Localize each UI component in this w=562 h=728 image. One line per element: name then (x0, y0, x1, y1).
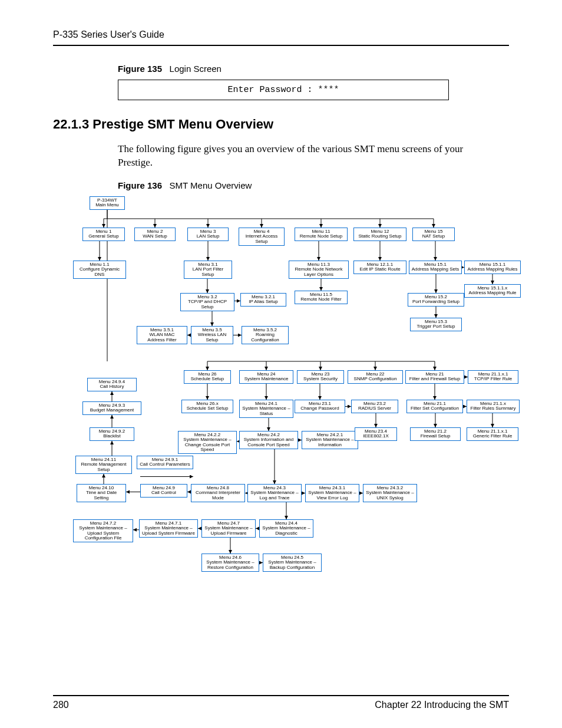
diagram-node-m23_1: Menu 23.1 Change Password (295, 400, 345, 413)
page-number: 280 (53, 700, 69, 710)
diagram-node-m24_6: Menu 24.6 System Maintenance – Restore C… (201, 554, 259, 572)
diagram-node-m24_2: Menu 24.2 System Information and Console… (239, 431, 298, 449)
figure-136-title: SMT Menu Overview (170, 180, 252, 190)
smt-menu-diagram: P-334WT Main MenuMenu 1 General SetupMen… (53, 196, 509, 609)
diagram-node-m1_1: Menu 1.1 Configure Dynamic DNS (73, 261, 126, 279)
figure-136-caption: Figure 136 SMT Menu Overview (118, 180, 509, 190)
diagram-node-m24: Menu 24 System Maintenance (239, 370, 293, 384)
diagram-node-m15_3: Menu 15.3 Trigger Port Setup (410, 318, 462, 331)
diagram-node-m3_2: Menu 3.2 TCP/IP and DHCP Setup (180, 293, 234, 311)
diagram-node-m24_9_2: Menu 24.9.2 Blacklist (90, 427, 134, 441)
diagram-node-m24_3_1: Menu 24.3.1 System Maintenance – View Er… (305, 484, 359, 502)
diagram-node-m21_1_x_1t: Menu 21.1.x.1 TCP/IP Filter Rule (468, 370, 518, 384)
page-footer: 280 Chapter 22 Introducing the SMT (53, 695, 509, 710)
diagram-node-m15_2: Menu 15.2 Port Forwarding Setup (408, 293, 464, 307)
diagram-node-m24_3: Menu 24.3 System Maintenance – Log and T… (247, 484, 302, 502)
diagram-node-m24_11: Menu 24.11 Remote Management Setup (75, 456, 132, 474)
diagram-node-m24_1: Menu 24.1 System Maintenance – Status (239, 400, 293, 418)
figure-135-label: Figure 135 (118, 64, 162, 74)
diagram-node-m15_1_1x: Menu 15.1.1.x Address Mapping Rule (464, 284, 521, 298)
diagram-node-m3: Menu 3 LAN Setup (187, 228, 229, 241)
footer-rule (53, 695, 509, 696)
diagram-node-m2: Menu 2 WAN Setup (134, 228, 176, 241)
diagram-node-m24_4: Menu 24.4 System Maintenance – Diagnosti… (259, 519, 313, 538)
diagram-node-m15: Menu 15 NAT Setup (412, 228, 455, 241)
page-container: P-335 Series User's Guide Figure 135 Log… (0, 0, 562, 728)
diagram-node-m21: Menu 21 Filter and Firewall Setup (405, 370, 464, 384)
diagram-node-m22: Menu 22 SNMP Configuration (348, 370, 403, 384)
diagram-node-m24_5: Menu 24.5 System Maintenance – Backup Co… (263, 554, 322, 572)
diagram-node-m3_5_2: Menu 3.5.2 Roaming Configuration (242, 326, 289, 344)
diagram-node-m24_2_1: Menu 24.2.1 System Maintenance – Informa… (302, 431, 358, 449)
diagram-node-m4: Menu 4 Internet Access Setup (239, 228, 285, 246)
diagram-node-m24_9_3: Menu 24.9.3 Budget Management (82, 401, 141, 415)
diagram-node-m12: Menu 12 Static Routing Setup (353, 228, 406, 241)
diagram-node-m24_9: Menu 24.9 Call Control (140, 484, 187, 498)
diagram-node-m24_8: Menu 24.8 Command Interpreter Mode (191, 484, 245, 502)
diagram-node-m3_5_1: Menu 3.5.1 WLAN MAC Address Filter (137, 326, 187, 344)
login-prompt: Enter Password : **** (227, 85, 339, 95)
diagram-node-m24_7_1: Menu 24.7.1 System Maintenance – Upload … (139, 519, 198, 538)
diagram-node-m12_1_1: Menu 12.1.1 Edit IP Static Route (353, 261, 406, 274)
diagram-node-m26_x: Menu 26.x Schedule Set Setup (181, 400, 233, 413)
diagram-node-m21_1_x: Menu 21.1.x Filter Rules Summary (467, 400, 520, 413)
diagram-node-m11: Menu 11 Remote Node Setup (295, 228, 348, 241)
running-header: P-335 Series User's Guide (53, 29, 509, 45)
login-screen-box: Enter Password : **** (118, 80, 449, 100)
diagram-node-m15_1_1: Menu 15.1.1 Address Mapping Rules (464, 261, 521, 274)
diagram-node-m3_1: Menu 3.1 LAN Port Filter Setup (184, 261, 232, 279)
chapter-label: Chapter 22 Introducing the SMT (375, 700, 509, 710)
diagram-node-m24_2_2: Menu 24.2.2 System Maintenance – Change … (178, 431, 237, 454)
diagram-node-m23_2: Menu 23.2 RADIUS Server (351, 400, 398, 413)
diagram-node-m24_3_2: Menu 24.3.2 System Maintenance – UNIX Sy… (363, 484, 417, 502)
diagram-node-m23_4: Menu 23.4 IEEE802.1X (355, 427, 397, 441)
diagram-node-root: P-334WT Main Menu (90, 196, 125, 210)
figure-135-caption: Figure 135 Login Screen (118, 64, 509, 74)
diagram-node-m26: Menu 26 Schedule Setup (184, 370, 231, 384)
section-heading: 22.1.3 Prestige SMT Menu Overview (53, 117, 509, 132)
header-rule (53, 45, 509, 46)
diagram-node-m23: Menu 23 System Security (297, 370, 344, 384)
section-body: The following figure gives you an overvi… (118, 143, 495, 170)
diagram-node-m1: Menu 1 General Setup (82, 228, 125, 241)
diagram-node-m24_7: Menu 24.7 System Maintenance – Upload Fi… (201, 519, 256, 538)
diagram-node-m11_3: Menu 11.3 Remote Node Network Layer Opti… (289, 261, 349, 279)
diagram-node-m21_1: Menu 21.1 Filter Set Configuration (406, 400, 463, 413)
diagram-node-m15_1: Menu 15.1 Address Mapping Sets (409, 261, 462, 274)
diagram-node-m21_2: Menu 21.2 Firewall Setup (410, 427, 461, 441)
diagram-node-m11_5: Menu 11.5 Remote Node Filter (295, 291, 348, 304)
figure-135-title: Login Screen (170, 64, 222, 74)
diagram-node-m24_9_1: Menu 24.9.1 Call Control Parameters (137, 456, 193, 469)
diagram-node-m3_2_1: Menu 3.2.1 IP Alias Setup (240, 293, 286, 307)
diagram-node-m21_1_x_1: Menu 21.1.x.1 Generic Filter Rule (467, 427, 518, 441)
diagram-node-m24_9_4: Menu 24.9.4 Call History (87, 378, 137, 391)
diagram-node-m24_7_2: Menu 24.7.2 System Maintenance – Upload … (73, 519, 133, 543)
diagram-node-m3_5: Menu 3.5 Wireless LAN Setup (191, 326, 233, 344)
diagram-node-m24_10: Menu 24.10 Time and Date Setting (77, 484, 126, 502)
figure-136-label: Figure 136 (118, 180, 162, 190)
